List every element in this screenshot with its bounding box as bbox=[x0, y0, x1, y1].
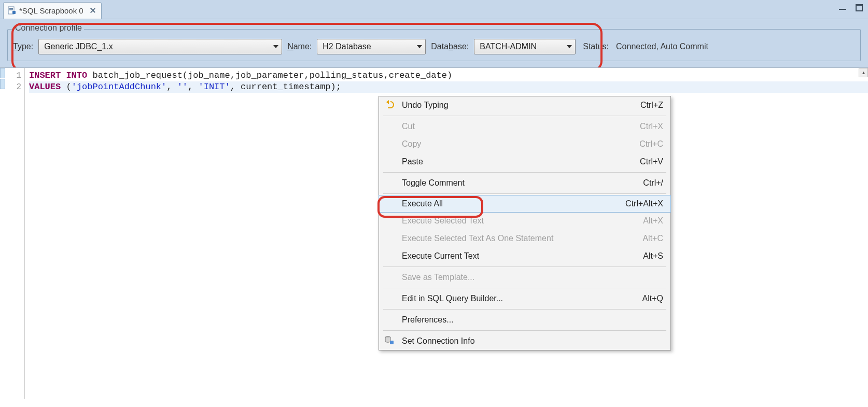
menu-label: Execute Selected Text As One Statement bbox=[400, 234, 642, 243]
chevron-down-icon bbox=[567, 45, 572, 48]
svg-rect-2 bbox=[9, 9, 13, 10]
undo-icon bbox=[379, 100, 400, 111]
connection-panel: Connection profile Type: Generic JDBC_1.… bbox=[0, 19, 868, 67]
menu-shortcut: Ctrl+Z bbox=[640, 101, 663, 110]
tab-sql-scrapbook[interactable]: *SQL Scrapbook 0 bbox=[3, 2, 102, 19]
menu-label: Execute Current Text bbox=[400, 251, 643, 261]
menu-execute-all[interactable]: Execute All Ctrl+Alt+X bbox=[379, 195, 671, 213]
menu-save-template: Save as Template... bbox=[379, 269, 670, 286]
database-combo[interactable]: BATCH-ADMIN bbox=[474, 39, 576, 54]
menu-shortcut: Alt+S bbox=[643, 251, 663, 261]
minimize-icon[interactable] bbox=[839, 4, 846, 11]
svg-rect-1 bbox=[9, 8, 13, 9]
menu-label: Cut bbox=[400, 122, 640, 131]
code-line-2: VALUES ('jobPointAddChunk', '', 'INIT', … bbox=[29, 81, 868, 93]
menu-label: Undo Typing bbox=[400, 101, 640, 110]
menu-shortcut: Ctrl+V bbox=[640, 157, 663, 166]
menu-separator bbox=[383, 330, 666, 331]
menu-shortcut: Ctrl+Alt+X bbox=[625, 199, 663, 208]
menu-label: Paste bbox=[400, 157, 640, 166]
menu-label: Set Connection Info bbox=[400, 336, 663, 346]
connection-profile-legend: Connection profile bbox=[13, 23, 84, 33]
menu-shortcut: Ctrl+X bbox=[640, 122, 663, 131]
status-value: Connected, Auto Commit bbox=[616, 42, 708, 51]
status-label: Status: bbox=[583, 42, 609, 51]
menu-label: Preferences... bbox=[400, 315, 663, 325]
menu-preferences[interactable]: Preferences... bbox=[379, 311, 670, 329]
database-connection-icon bbox=[379, 335, 400, 347]
window-controls bbox=[839, 4, 863, 11]
type-combo[interactable]: Generic JDBC_1.x bbox=[38, 39, 282, 54]
name-combo[interactable]: H2 Database bbox=[317, 39, 426, 54]
line-gutter: 1 2 bbox=[0, 68, 25, 399]
tab-title: *SQL Scrapbook 0 bbox=[19, 6, 83, 15]
menu-shortcut: Alt+X bbox=[643, 216, 663, 226]
menu-shortcut: Alt+C bbox=[642, 234, 663, 243]
menu-label: Edit in SQL Query Builder... bbox=[400, 294, 642, 303]
name-label: Name: bbox=[287, 42, 312, 51]
type-value: Generic JDBC_1.x bbox=[44, 42, 113, 51]
menu-separator bbox=[383, 288, 666, 288]
menu-separator bbox=[383, 172, 666, 173]
menu-set-connection-info[interactable]: Set Connection Info bbox=[379, 332, 670, 350]
database-label: Database: bbox=[431, 42, 469, 51]
name-value: H2 Database bbox=[323, 42, 371, 51]
connection-profile-fieldset: Connection profile Type: Generic JDBC_1.… bbox=[7, 24, 861, 61]
menu-shortcut: Ctrl+C bbox=[639, 139, 663, 149]
maximize-icon[interactable] bbox=[856, 4, 863, 11]
menu-shortcut: Alt+Q bbox=[642, 294, 663, 303]
menu-execute-current[interactable]: Execute Current Text Alt+S bbox=[379, 247, 670, 265]
menu-toggle-comment[interactable]: Toggle Comment Ctrl+/ bbox=[379, 174, 670, 192]
menu-undo-typing[interactable]: Undo Typing Ctrl+Z bbox=[379, 96, 670, 114]
menu-label: Execute Selected Text bbox=[400, 216, 643, 226]
menu-separator bbox=[383, 116, 666, 116]
menu-cut: Cut Ctrl+X bbox=[379, 118, 670, 135]
menu-separator bbox=[383, 266, 666, 267]
menu-label: Copy bbox=[400, 139, 639, 149]
menu-separator bbox=[383, 309, 666, 310]
code-line-1: INSERT INTO batch_job_request(job_name,j… bbox=[29, 71, 452, 80]
menu-label: Execute All bbox=[400, 199, 625, 208]
database-value: BATCH-ADMIN bbox=[480, 42, 537, 51]
chevron-down-icon bbox=[417, 45, 422, 48]
menu-label: Save as Template... bbox=[400, 273, 663, 282]
connection-row: Type: Generic JDBC_1.x Name: H2 Database… bbox=[13, 39, 855, 54]
sql-file-icon bbox=[8, 6, 16, 15]
close-icon[interactable] bbox=[90, 7, 96, 13]
chevron-down-icon bbox=[273, 45, 278, 48]
menu-shortcut: Ctrl+/ bbox=[643, 178, 663, 188]
menu-execute-selected-one: Execute Selected Text As One Statement A… bbox=[379, 230, 670, 247]
gutter-marks bbox=[0, 68, 6, 90]
menu-paste[interactable]: Paste Ctrl+V bbox=[379, 153, 670, 171]
context-menu: Undo Typing Ctrl+Z Cut Ctrl+X Copy Ctrl+… bbox=[379, 96, 671, 350]
menu-edit-query-builder[interactable]: Edit in SQL Query Builder... Alt+Q bbox=[379, 290, 670, 307]
tab-bar: *SQL Scrapbook 0 bbox=[0, 0, 868, 19]
menu-label: Toggle Comment bbox=[400, 178, 643, 188]
svg-rect-5 bbox=[390, 341, 394, 344]
menu-execute-selected: Execute Selected Text Alt+X bbox=[379, 212, 670, 230]
menu-separator bbox=[383, 193, 666, 194]
svg-rect-3 bbox=[12, 11, 16, 14]
scroll-up-button[interactable]: ▴ bbox=[859, 68, 868, 77]
type-label: Type: bbox=[13, 42, 33, 51]
menu-copy: Copy Ctrl+C bbox=[379, 135, 670, 153]
